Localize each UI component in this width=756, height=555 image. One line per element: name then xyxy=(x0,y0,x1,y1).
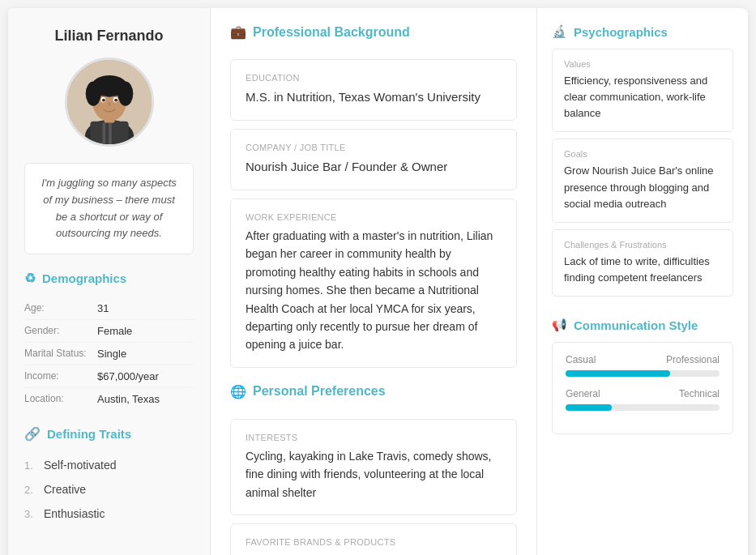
svg-point-13 xyxy=(102,99,105,102)
traits-section: 🔗 Defining Traits 1.Self-motivated2.Crea… xyxy=(24,426,194,526)
trait-label: Self-motivated xyxy=(44,459,116,472)
brands-box: Favorite Brands & Products Adidas, H-E-B… xyxy=(230,523,517,555)
professional-icon: 💼 xyxy=(230,24,246,40)
casual-bar-fill xyxy=(566,370,670,377)
trait-list: 1.Self-motivated2.Creative3.Enthusiastic xyxy=(24,453,194,526)
values-value: Efficiency, responsiveness and clear com… xyxy=(564,73,721,122)
challenges-value: Lack of time to write, difficulties find… xyxy=(564,254,721,286)
trait-num: 2. xyxy=(24,484,37,496)
left-column: Lilian Fernando xyxy=(8,8,211,555)
trait-num: 3. xyxy=(24,508,37,520)
goals-field: Goals Grow Nourish Juice Bar's online pr… xyxy=(552,139,733,222)
communication-icon: 📢 xyxy=(552,318,567,332)
psychographics-section: 🔬 Psychographics Values Efficiency, resp… xyxy=(552,24,733,303)
education-box: Education M.S. in Nutrition, Texas Woman… xyxy=(230,59,517,121)
psychographics-title: 🔬 Psychographics xyxy=(552,24,733,39)
demographics-section: ♻ Demographics Age:31Gender:FemaleMarita… xyxy=(24,271,194,410)
technical-label: Technical xyxy=(679,388,720,399)
demographics-icon: ♻ xyxy=(24,271,36,286)
company-value: Nourish Juice Bar / Founder & Owner xyxy=(246,157,502,177)
challenges-label: Challenges & Frustrations xyxy=(564,240,721,250)
brands-value: Adidas, H-E-B, Garmin, Keurig, Magic Bul… xyxy=(246,552,502,555)
company-box: Company / Job Title Nourish Juice Bar / … xyxy=(230,129,517,190)
svg-point-14 xyxy=(114,99,117,102)
avatar xyxy=(65,58,154,147)
trait-item: 2.Creative xyxy=(24,477,194,502)
communication-section: 📢 Communication Style Casual Professiona… xyxy=(552,318,733,444)
professional-title: 💼 Professional Background xyxy=(230,24,517,46)
demo-value: Single xyxy=(97,348,126,360)
preferences-icon: 🌐 xyxy=(230,384,246,399)
right-column: 🔬 Psychographics Values Efficiency, resp… xyxy=(537,8,748,555)
demo-label: Age: xyxy=(24,302,97,314)
trait-num: 1. xyxy=(24,459,37,472)
demo-label: Marital Status: xyxy=(24,348,97,360)
experience-label: Work Experience xyxy=(246,212,502,222)
trait-item: 3.Enthusiastic xyxy=(24,502,194,526)
general-technical-bar-bg xyxy=(566,404,720,411)
values-label: Values xyxy=(564,59,721,69)
general-bar-fill xyxy=(566,404,612,411)
experience-value: After graduating with a master's in nutr… xyxy=(246,227,502,354)
education-value: M.S. in Nutrition, Texas Woman's Univers… xyxy=(246,88,502,107)
svg-point-10 xyxy=(95,81,122,96)
demo-label: Gender: xyxy=(24,325,97,337)
experience-box: Work Experience After graduating with a … xyxy=(230,199,517,368)
values-field: Values Efficiency, responsiveness and cl… xyxy=(552,49,733,132)
demo-label: Location: xyxy=(24,393,97,405)
demo-row: Age:31 xyxy=(24,297,194,320)
communication-title: 📢 Communication Style xyxy=(552,318,733,332)
svg-rect-3 xyxy=(102,123,105,144)
demographics-rows: Age:31Gender:FemaleMarital Status:Single… xyxy=(24,297,194,410)
interests-box: Interests Cycling, kayaking in Lake Trav… xyxy=(230,419,517,515)
demo-row: Income:$67,000/year xyxy=(24,365,194,388)
trait-item: 1.Self-motivated xyxy=(24,453,194,477)
quote-box: I'm juggling so many aspects of my busin… xyxy=(24,163,194,254)
middle-column: 💼 Professional Background Education M.S.… xyxy=(211,8,537,555)
communication-bars: Casual Professional General Technical xyxy=(552,342,733,434)
general-label: General xyxy=(566,388,600,399)
psychographics-icon: 🔬 xyxy=(552,24,567,39)
demo-value: Female xyxy=(97,325,132,337)
traits-icon: 🔗 xyxy=(24,426,41,442)
demographics-title: ♻ Demographics xyxy=(24,271,194,286)
demo-row: Gender:Female xyxy=(24,320,194,343)
demo-row: Location:Austin, Texas xyxy=(24,388,194,410)
traits-title: 🔗 Defining Traits xyxy=(24,426,194,442)
demo-label: Income: xyxy=(24,370,97,382)
demo-value: 31 xyxy=(97,302,109,314)
demo-value: $67,000/year xyxy=(97,370,159,382)
casual-professional-bar-bg xyxy=(566,370,720,377)
quote-text: I'm juggling so many aspects of my busin… xyxy=(41,177,177,239)
general-technical-row: General Technical xyxy=(566,388,720,411)
goals-label: Goals xyxy=(564,149,721,159)
demo-value: Austin, Texas xyxy=(97,393,160,405)
challenges-field: Challenges & Frustrations Lack of time t… xyxy=(552,229,733,297)
professional-section: 💼 Professional Background Education M.S.… xyxy=(230,24,517,368)
person-name: Lilian Fernando xyxy=(54,28,163,45)
preferences-section: 🌐 Personal Preferences Interests Cycling… xyxy=(230,384,517,555)
casual-label: Casual xyxy=(566,354,596,365)
casual-professional-row: Casual Professional xyxy=(566,354,720,377)
interests-label: Interests xyxy=(246,433,502,442)
goals-value: Grow Nourish Juice Bar's online presence… xyxy=(564,163,721,211)
trait-label: Creative xyxy=(44,483,86,496)
professional-label: Professional xyxy=(666,354,720,365)
persona-card: Lilian Fernando xyxy=(8,8,748,555)
svg-rect-4 xyxy=(109,123,112,144)
education-label: Education xyxy=(246,73,502,83)
company-label: Company / Job Title xyxy=(246,143,502,152)
trait-label: Enthusiastic xyxy=(44,507,105,520)
preferences-title: 🌐 Personal Preferences xyxy=(230,384,517,406)
demo-row: Marital Status:Single xyxy=(24,343,194,365)
brands-label: Favorite Brands & Products xyxy=(246,537,502,547)
interests-value: Cycling, kayaking in Lake Travis, comedy… xyxy=(246,447,502,502)
